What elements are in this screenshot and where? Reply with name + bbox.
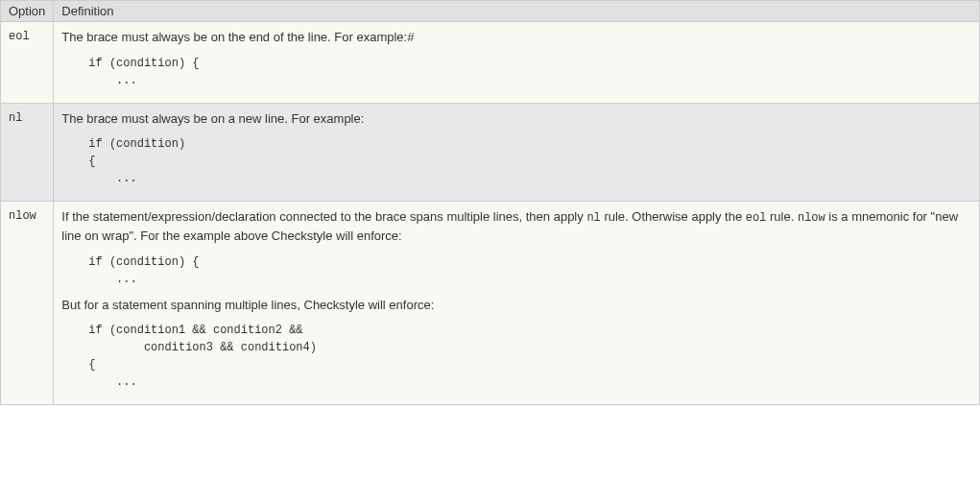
definition-text: If the statement/expression/declaration … (61, 209, 586, 224)
anchor-link[interactable]: # (407, 30, 414, 44)
header-definition: Definition (54, 1, 980, 22)
options-table: Option Definition eol The brace must alw… (0, 0, 980, 405)
option-name: eol (1, 22, 54, 104)
option-name: nlow (1, 202, 54, 405)
table-row: nl The brace must always be on a new lin… (1, 103, 980, 202)
header-option: Option (1, 1, 54, 22)
option-definition: If the statement/expression/declaration … (54, 202, 980, 405)
option-name: nl (1, 103, 54, 202)
table-header-row: Option Definition (1, 1, 980, 22)
definition-text: rule. Otherwise apply the (601, 209, 746, 224)
inline-code: nl (586, 211, 600, 225)
code-example: if (condition1 && condition2 && conditio… (88, 322, 971, 391)
code-example: if (condition) { ... (88, 253, 971, 288)
table-row: nlow If the statement/expression/declara… (1, 202, 980, 405)
option-definition: The brace must always be on a new line. … (54, 103, 980, 202)
definition-text: The brace must always be on a new line. … (61, 111, 364, 126)
table-row: eol The brace must always be on the end … (1, 22, 980, 104)
inline-code: eol (746, 211, 767, 225)
code-example: if (condition) { ... (88, 135, 971, 187)
inline-code: nlow (798, 211, 825, 225)
definition-text: rule. (766, 209, 798, 224)
option-definition: The brace must always be on the end of t… (54, 22, 980, 104)
definition-text: But for a statement spanning multiple li… (61, 298, 434, 312)
code-example: if (condition) { ... (88, 55, 971, 89)
definition-text: The brace must always be on the end of t… (61, 30, 407, 44)
